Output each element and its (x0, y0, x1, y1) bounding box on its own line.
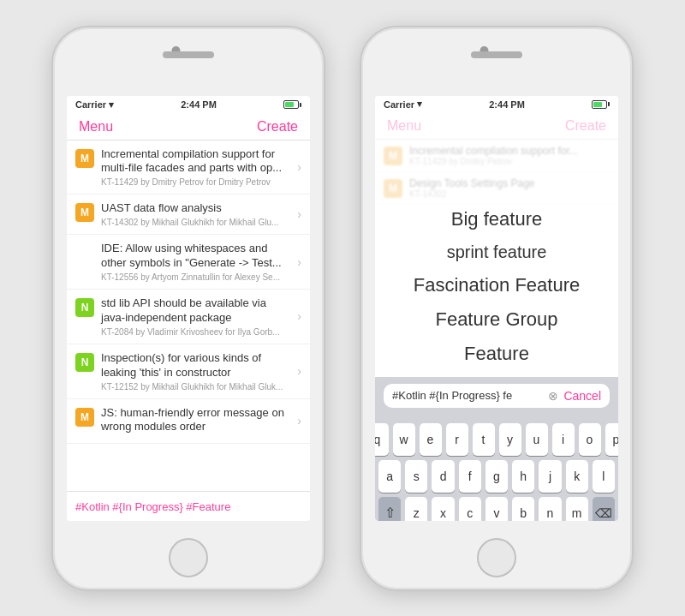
key-g[interactable]: g (485, 460, 508, 493)
carrier-left: Carrier ▾ (75, 99, 114, 111)
nav-bar-left: Menu Create (67, 114, 310, 141)
search-cancel-button[interactable]: Cancel (563, 389, 601, 403)
left-phone: Carrier ▾ 2:44 PM Menu Create M (51, 26, 325, 591)
issue-meta-4: KT-2084 by Vladimir Krivosheev for Ilya … (101, 327, 290, 337)
issue-content-6: JS: human-friendly error message on wron… (101, 406, 290, 437)
issue-title-3: IDE: Allow using whitespaces and other s… (101, 242, 290, 271)
key-c[interactable]: c (459, 497, 481, 521)
home-button-left[interactable] (169, 538, 208, 577)
issue-meta-3: KT-12556 by Artyom Zinnatullin for Alexe… (101, 272, 290, 282)
key-d[interactable]: d (432, 460, 454, 493)
key-n[interactable]: n (539, 497, 561, 521)
suggestion-4[interactable]: Feature Group (435, 305, 557, 334)
status-bar-right: Carrier ▾ 2:44 PM (375, 96, 618, 113)
chevron-icon-6: › (297, 414, 301, 428)
battery-tip-right (608, 102, 610, 106)
suggestion-1[interactable]: Big feature (451, 205, 542, 234)
key-f[interactable]: f (459, 460, 481, 493)
right-phone: Carrier ▾ 2:44 PM Menu Create M (360, 26, 634, 591)
home-button-right[interactable] (477, 538, 516, 577)
battery-left (283, 100, 301, 109)
issue-content-2: UAST data flow analysis KT-14302 by Mikh… (101, 201, 290, 227)
battery-icon (283, 100, 301, 109)
battery-icon-right (592, 100, 610, 109)
wifi-icon: ▾ (109, 99, 114, 111)
search-field-value[interactable]: #Kotlin #{In Progress} fe (392, 389, 543, 402)
badge-m-2: M (75, 203, 94, 222)
search-clear-button[interactable]: ⊗ (548, 389, 558, 403)
key-l[interactable]: l (593, 460, 615, 493)
battery-fill (285, 102, 294, 107)
key-p[interactable]: p (605, 423, 619, 456)
badge-m-6: M (75, 408, 94, 427)
behind-list: M Incremental compilation support for...… (375, 140, 618, 205)
nav-bar-right: Menu Create (375, 113, 618, 140)
issue-meta-1: KT-11429 by Dmitry Petrov for Dmitry Pet… (101, 177, 290, 187)
issue-item-4[interactable]: N std lib API should be available via ja… (67, 290, 310, 344)
badge-n-5: N (75, 353, 94, 372)
left-screen: Carrier ▾ 2:44 PM Menu Create M (67, 96, 310, 521)
backspace-key[interactable]: ⌫ (593, 497, 615, 521)
key-e[interactable]: e (420, 423, 442, 456)
issue-title-2: UAST data flow analysis (101, 201, 290, 216)
issue-item-5[interactable]: N Inspection(s) for various kinds of lea… (67, 344, 310, 399)
issue-list[interactable]: M Incremental compilation support for mu… (67, 141, 310, 491)
issue-item-6[interactable]: M JS: human-friendly error message on wr… (67, 399, 310, 445)
key-j[interactable]: j (539, 460, 561, 493)
shift-key[interactable]: ⇧ (378, 497, 401, 521)
carrier-right: Carrier ▾ (384, 99, 422, 110)
key-w[interactable]: w (393, 423, 415, 456)
right-screen: Carrier ▾ 2:44 PM Menu Create M (375, 96, 618, 521)
speaker-right (471, 51, 522, 58)
battery-body-right (592, 100, 607, 109)
battery-tip (300, 103, 301, 107)
battery-body (283, 100, 299, 109)
key-a[interactable]: a (378, 460, 401, 493)
tags-text: #Kotlin #{In Progress} #Feature (75, 500, 230, 513)
key-q[interactable]: q (375, 423, 389, 456)
key-z[interactable]: z (405, 497, 427, 521)
create-button-left[interactable]: Create (257, 119, 298, 135)
carrier-text-right: Carrier (384, 99, 414, 110)
key-m[interactable]: m (566, 497, 588, 521)
suggestion-2[interactable]: sprint feature (447, 239, 547, 266)
key-y[interactable]: y (499, 423, 521, 456)
chevron-icon-5: › (297, 364, 301, 378)
carrier-text: Carrier (75, 99, 106, 110)
key-x[interactable]: x (432, 497, 454, 521)
suggestion-list[interactable]: Big feature sprint feature Fascination F… (375, 205, 618, 377)
issue-content-5: Inspection(s) for various kinds of leaki… (101, 351, 290, 392)
tags-bar: #Kotlin #{In Progress} #Feature (67, 491, 310, 521)
issue-title-1: Incremental compilation support for mult… (101, 147, 290, 176)
menu-button[interactable]: Menu (79, 119, 113, 135)
issue-item-1[interactable]: M Incremental compilation support for mu… (67, 141, 310, 195)
issue-item-3[interactable]: IDE: Allow using whitespaces and other s… (67, 235, 310, 290)
search-field-row: #Kotlin #{In Progress} fe ⊗ Cancel (384, 384, 610, 408)
issue-content-4: std lib API should be available via java… (101, 296, 290, 337)
menu-button-right: Menu (387, 118, 421, 134)
wifi-icon-right: ▾ (417, 99, 422, 110)
key-u[interactable]: u (526, 423, 548, 456)
key-t[interactable]: t (473, 423, 495, 456)
key-s[interactable]: s (405, 460, 427, 493)
key-o[interactable]: o (579, 423, 601, 456)
battery-right (592, 100, 610, 109)
issue-title-6: JS: human-friendly error message on wron… (101, 406, 290, 435)
badge-none-3 (75, 243, 94, 262)
suggestion-5[interactable]: Feature (464, 339, 529, 368)
key-b[interactable]: b (512, 497, 534, 521)
suggestion-3[interactable]: Fascination Feature (414, 271, 580, 300)
key-v[interactable]: v (485, 497, 508, 521)
key-i[interactable]: i (552, 423, 575, 456)
kb-row-3: ⇧ z x c v b n m ⌫ (378, 497, 615, 521)
key-h[interactable]: h (512, 460, 534, 493)
status-bar-left: Carrier ▾ 2:44 PM (67, 96, 310, 114)
search-suggestions: Big feature sprint feature Fascination F… (375, 205, 618, 521)
chevron-icon-3: › (297, 255, 301, 269)
key-k[interactable]: k (566, 460, 588, 493)
battery-fill-right (593, 102, 602, 107)
behind-item-2: M Design Tools Settings Page KT-14302 (375, 172, 618, 205)
key-r[interactable]: r (446, 423, 468, 456)
search-input-area: #Kotlin #{In Progress} fe ⊗ Cancel (375, 377, 618, 420)
issue-item-2[interactable]: M UAST data flow analysis KT-14302 by Mi… (67, 194, 310, 235)
